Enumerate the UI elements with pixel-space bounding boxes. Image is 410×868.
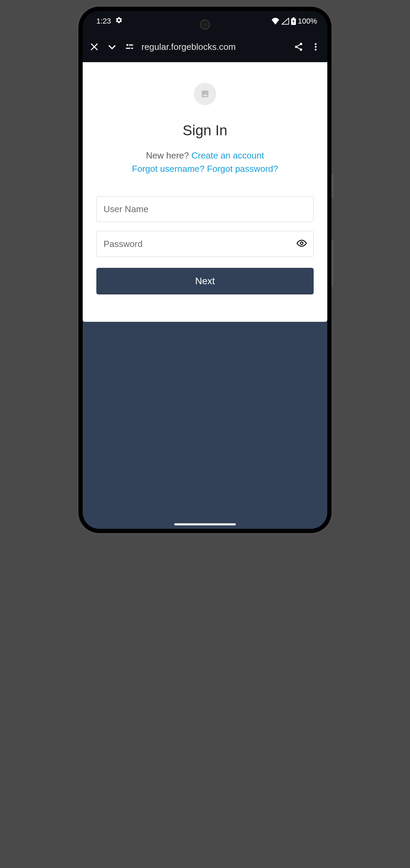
status-time: 1:23 [96,17,111,26]
svg-point-11 [315,46,316,47]
forgot-username-link[interactable]: Forgot username? [132,164,204,174]
battery-percent: 100% [298,17,317,26]
svg-point-2 [126,44,128,46]
new-here-text: New here? [146,150,191,161]
gear-icon [115,16,123,26]
password-input[interactable] [96,231,314,257]
signal-icon [282,18,289,25]
forgot-password-link[interactable]: Forgot password? [207,164,278,174]
logo-placeholder [194,83,216,105]
share-icon[interactable] [294,42,303,52]
svg-point-7 [300,43,302,45]
camera-notch [200,19,210,30]
chevron-down-icon[interactable] [107,41,118,52]
svg-point-9 [300,49,302,51]
browser-bar: regular.forgeblocks.com [83,31,327,62]
svg-point-8 [295,46,298,48]
svg-point-13 [300,242,303,245]
close-icon[interactable] [90,42,99,52]
signin-card: Sign In New here? Create an account Forg… [83,62,327,322]
eye-icon[interactable] [297,238,307,250]
svg-rect-1 [292,17,295,18]
more-vert-icon[interactable] [311,42,320,52]
username-input[interactable] [96,196,314,222]
content-area: Sign In New here? Create an account Forg… [83,62,327,529]
svg-point-10 [315,43,316,45]
url-text[interactable]: regular.forgeblocks.com [141,42,286,52]
svg-rect-6 [131,48,133,49]
home-indicator[interactable] [174,523,236,525]
next-button[interactable]: Next [96,268,314,294]
tune-icon[interactable] [125,42,134,51]
signin-title: Sign In [96,122,314,139]
svg-rect-4 [126,48,130,49]
create-account-link[interactable]: Create an account [191,150,264,161]
wifi-icon [271,18,279,25]
svg-rect-3 [129,44,133,45]
battery-icon [291,17,296,25]
svg-point-12 [315,49,316,51]
